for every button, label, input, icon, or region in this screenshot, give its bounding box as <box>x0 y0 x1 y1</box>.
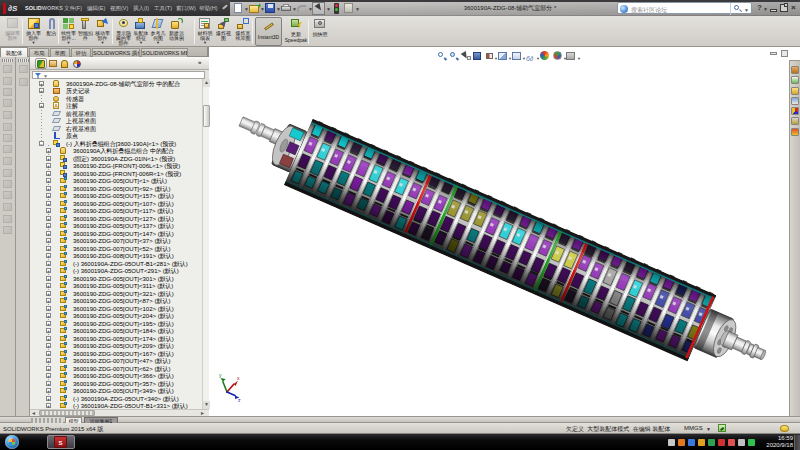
svg-text:z: z <box>238 397 241 403</box>
svg-text:x: x <box>237 375 240 381</box>
svg-text:y: y <box>219 372 222 378</box>
